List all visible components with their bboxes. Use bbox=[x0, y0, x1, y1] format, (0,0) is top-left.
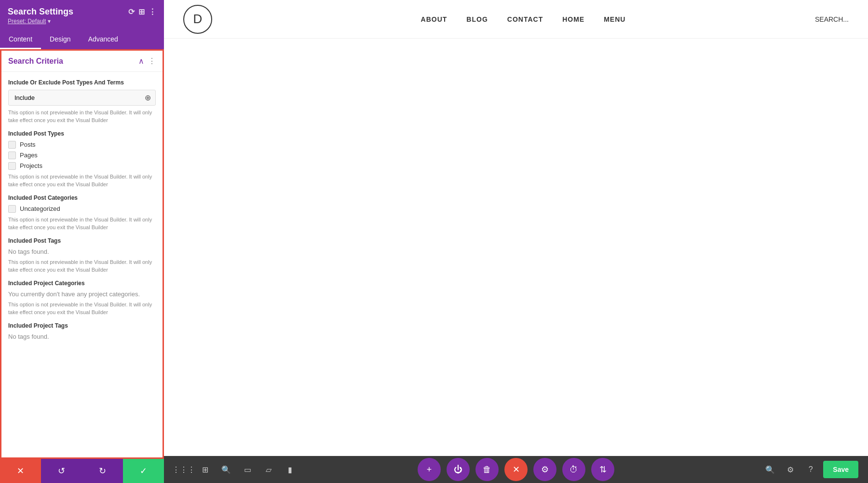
nav-link-about[interactable]: ABOUT bbox=[421, 15, 448, 23]
builder-tools-left: ⋮⋮⋮ ⊞ 🔍 ▭ ▱ ▮ bbox=[174, 459, 300, 480]
right-area: D ABOUT BLOG CONTACT HOME MENU SEARCH...… bbox=[164, 0, 868, 483]
panel-preset[interactable]: Preset: Default ▾ bbox=[8, 18, 156, 25]
builder-tool-tablet[interactable]: ▱ bbox=[258, 459, 279, 480]
undo-button[interactable]: ↺ bbox=[41, 459, 82, 483]
close-x-button[interactable]: ✕ bbox=[504, 458, 528, 481]
close-button[interactable]: ✕ bbox=[0, 459, 41, 483]
post-tags-empty: No tags found. bbox=[8, 248, 156, 255]
nav-link-contact[interactable]: CONTACT bbox=[507, 15, 543, 23]
project-categories-hint: This option is not previewable in the Vi… bbox=[8, 301, 156, 317]
search-tool-right[interactable]: 🔍 bbox=[762, 462, 778, 477]
help-tool-right[interactable]: ? bbox=[803, 462, 818, 477]
checkbox-label-projects: Projects bbox=[20, 162, 42, 169]
include-exclude-hint: This option is not previewable in the Vi… bbox=[8, 109, 156, 124]
nav-link-menu[interactable]: MENU bbox=[604, 15, 625, 23]
post-categories-hint: This option is not previewable in the Vi… bbox=[8, 216, 156, 232]
panel-bottom-toolbar: ✕ ↺ ↻ ✓ bbox=[0, 459, 164, 483]
sync-icon[interactable]: ⟳ bbox=[128, 7, 135, 16]
nav-link-home[interactable]: HOME bbox=[562, 15, 584, 23]
builder-tool-desktop[interactable]: ▭ bbox=[237, 459, 258, 480]
site-search[interactable]: SEARCH... bbox=[815, 15, 849, 23]
tab-design[interactable]: Design bbox=[41, 30, 80, 49]
project-categories-empty: You currently don't have any project cat… bbox=[8, 290, 156, 298]
builder-tool-grid[interactable]: ⊞ bbox=[195, 459, 215, 480]
panel-title-text: Search Settings bbox=[8, 7, 73, 17]
post-tags-hint: This option is not previewable in the Vi… bbox=[8, 258, 156, 274]
builder-actions-right: 🔍 ⚙ ? Save bbox=[762, 461, 858, 478]
include-exclude-label: Include Or Exclude Post Types And Terms bbox=[8, 79, 156, 87]
more-icon[interactable]: ⋮ bbox=[149, 7, 156, 16]
builder-actions-center: + ⏻ 🗑 ✕ ⚙ ⏱ ⇅ bbox=[418, 458, 614, 481]
builder-tool-search[interactable]: 🔍 bbox=[216, 459, 236, 480]
site-nav-links: ABOUT BLOG CONTACT HOME MENU bbox=[231, 15, 815, 23]
add-button[interactable]: + bbox=[418, 458, 441, 481]
project-tags-label: Included Project Tags bbox=[8, 322, 156, 329]
content-inner: Include Or Exclude Post Types And Terms … bbox=[1, 72, 163, 350]
panel-content: Search Criteria ∧ ⋮ Include Or Exclude P… bbox=[0, 49, 164, 459]
post-tags-label: Included Post Tags bbox=[8, 237, 156, 244]
site-nav: D ABOUT BLOG CONTACT HOME MENU SEARCH... bbox=[164, 0, 868, 39]
site-logo: D bbox=[183, 5, 212, 34]
checkbox-pages[interactable] bbox=[8, 152, 16, 159]
confirm-button[interactable]: ✓ bbox=[123, 459, 164, 483]
canvas-area bbox=[164, 39, 868, 456]
checkbox-label-posts: Posts bbox=[20, 141, 36, 148]
search-criteria-header: Search Criteria ∧ ⋮ bbox=[1, 51, 163, 72]
search-criteria-title: Search Criteria bbox=[8, 57, 63, 66]
trash-button[interactable]: 🗑 bbox=[475, 458, 499, 481]
checkbox-row-projects: Projects bbox=[8, 162, 156, 170]
tab-content[interactable]: Content bbox=[0, 30, 41, 49]
panel-tabs: Content Design Advanced bbox=[0, 30, 164, 49]
builder-bottom-toolbar: ⋮⋮⋮ ⊞ 🔍 ▭ ▱ ▮ + ⏻ 🗑 ✕ ⚙ ⏱ ⇅ 🔍 ⚙ ? Save bbox=[164, 456, 868, 483]
save-button[interactable]: Save bbox=[823, 461, 858, 478]
post-types-label: Included Post Types bbox=[8, 130, 156, 137]
section-more-icon[interactable]: ⋮ bbox=[148, 56, 156, 66]
checkbox-row-uncategorized: Uncategorized bbox=[8, 205, 156, 213]
post-categories-label: Included Post Categories bbox=[8, 194, 156, 201]
panel-title-icons: ⟳ ⊞ ⋮ bbox=[128, 7, 156, 16]
checkbox-label-pages: Pages bbox=[20, 152, 38, 159]
checkbox-row-pages: Pages bbox=[8, 152, 156, 159]
checkbox-uncategorized[interactable] bbox=[8, 205, 16, 213]
checkbox-label-uncategorized: Uncategorized bbox=[20, 205, 60, 212]
post-types-hint: This option is not previewable in the Vi… bbox=[8, 173, 156, 189]
collapse-icon[interactable]: ∧ bbox=[138, 56, 144, 66]
left-panel: Search Settings ⟳ ⊞ ⋮ Preset: Default ▾ … bbox=[0, 0, 164, 483]
builder-tool-mobile[interactable]: ▮ bbox=[280, 459, 300, 480]
layout-icon[interactable]: ⊞ bbox=[138, 7, 145, 16]
redo-button[interactable]: ↻ bbox=[82, 459, 123, 483]
include-exclude-wrapper: Include Exclude ⊕ bbox=[8, 90, 156, 106]
nav-link-blog[interactable]: BLOG bbox=[466, 15, 488, 23]
power-button[interactable]: ⏻ bbox=[447, 458, 470, 481]
include-exclude-select[interactable]: Include Exclude bbox=[8, 90, 156, 106]
checkbox-projects[interactable] bbox=[8, 162, 16, 170]
adjust-button[interactable]: ⇅ bbox=[591, 458, 614, 481]
section-header-icons: ∧ ⋮ bbox=[138, 56, 156, 66]
checkbox-row-posts: Posts bbox=[8, 141, 156, 149]
project-tags-empty: No tags found. bbox=[8, 333, 156, 340]
panel-header: Search Settings ⟳ ⊞ ⋮ Preset: Default ▾ bbox=[0, 0, 164, 25]
settings-tool-right[interactable]: ⚙ bbox=[783, 462, 798, 477]
panel-title-row: Search Settings ⟳ ⊞ ⋮ bbox=[8, 7, 156, 17]
history-button[interactable]: ⏱ bbox=[562, 458, 585, 481]
settings-button[interactable]: ⚙ bbox=[533, 458, 556, 481]
tab-advanced[interactable]: Advanced bbox=[80, 30, 127, 49]
project-categories-label: Included Project Categories bbox=[8, 280, 156, 287]
builder-tool-menu[interactable]: ⋮⋮⋮ bbox=[174, 459, 194, 480]
checkbox-posts[interactable] bbox=[8, 141, 16, 149]
